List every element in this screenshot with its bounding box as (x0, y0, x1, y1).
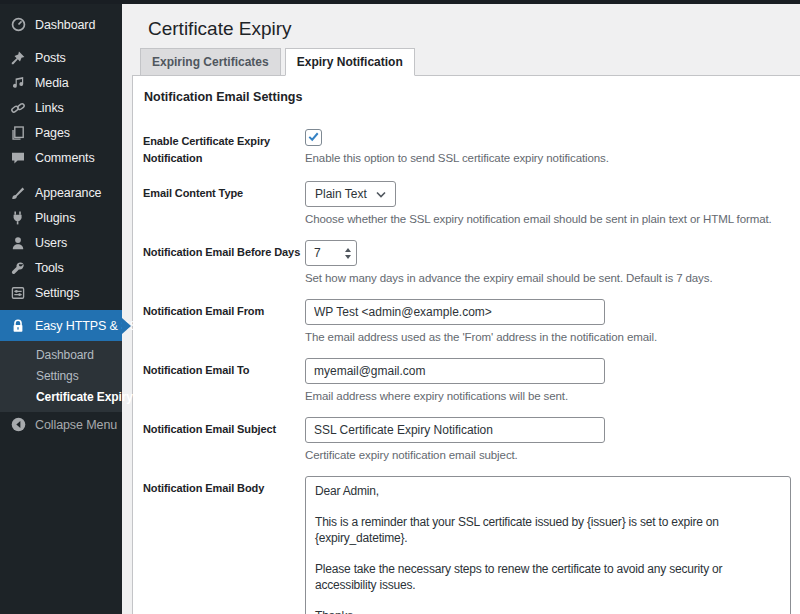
pages-icon (9, 124, 27, 142)
field-label: Notification Email Before Days (143, 240, 305, 284)
sidebar-item-label: Easy HTTPS & SSL (35, 319, 145, 333)
tab-expiry-notification[interactable]: Expiry Notification (285, 48, 415, 76)
sidebar-item-comments[interactable]: Comments (0, 145, 122, 170)
form-row-email-body: Notification Email Body Dear Admin, This… (143, 476, 791, 614)
field-label: Enable Certificate Expiry Notification (143, 129, 305, 166)
form-row-before-days: Notification Email Before Days 7 Set how… (143, 240, 791, 284)
wrench-icon (9, 259, 27, 277)
media-icon (9, 74, 27, 92)
field-description: Enable this option to send SSL certifica… (305, 152, 791, 164)
section-heading: Notification Email Settings (144, 90, 791, 104)
sidebar-item-label: Users (35, 236, 67, 250)
sidebar-item-easy-https-ssl[interactable]: Easy HTTPS & SSL (0, 310, 122, 341)
sidebar-item-label: Comments (35, 151, 95, 165)
brush-icon (9, 184, 27, 202)
spinner-up-icon[interactable] (345, 248, 351, 252)
form-row-enable-notification: Enable Certificate Expiry Notification E… (143, 129, 791, 166)
sidebar-item-label: Posts (35, 51, 66, 65)
sidebar-item-posts[interactable]: Posts (0, 45, 122, 70)
field-label: Notification Email Subject (143, 417, 305, 461)
tab-expiring-certificates[interactable]: Expiring Certificates (140, 48, 281, 75)
sidebar-item-links[interactable]: Links (0, 95, 122, 120)
sidebar-item-label: Media (35, 76, 69, 90)
email-content-type-select[interactable]: Plain Text (305, 181, 396, 207)
sidebar-item-label: Appearance (35, 186, 101, 200)
sidebar-item-appearance[interactable]: Appearance (0, 180, 122, 205)
field-label: Email Content Type (143, 181, 305, 225)
page-title: Certificate Expiry (148, 16, 800, 41)
lock-icon (9, 317, 27, 335)
sidebar-item-label: Plugins (35, 211, 75, 225)
admin-sidebar: Dashboard Posts Media Links Pages (0, 4, 122, 614)
before-days-value: 7 (306, 246, 340, 260)
submenu-item-certificate-expiry[interactable]: Certificate Expiry (0, 387, 122, 408)
sidebar-item-pages[interactable]: Pages (0, 120, 122, 145)
sidebar-item-plugins[interactable]: Plugins (0, 205, 122, 230)
field-description: Certificate expiry notification email su… (305, 449, 791, 461)
enable-notification-checkbox[interactable] (305, 129, 322, 146)
plugin-icon (9, 209, 27, 227)
main-content: Certificate Expiry Expiring Certificates… (122, 4, 800, 614)
sliders-icon (9, 284, 27, 302)
sidebar-item-settings[interactable]: Settings (0, 280, 122, 305)
sidebar-item-label: Tools (35, 261, 64, 275)
submenu-item-settings[interactable]: Settings (0, 366, 122, 387)
sidebar-item-label: Dashboard (35, 18, 95, 32)
links-icon (9, 99, 27, 117)
settings-panel: Notification Email Settings Enable Certi… (132, 76, 800, 614)
sidebar-item-label: Settings (35, 286, 79, 300)
field-description: Set how many days in advance the expiry … (305, 272, 791, 284)
tab-bar: Expiring Certificates Expiry Notificatio… (132, 48, 800, 76)
email-to-input[interactable] (305, 358, 605, 384)
chevron-down-icon (376, 187, 386, 201)
easy-https-ssl-submenu: Dashboard Settings Certificate Expiry (0, 341, 122, 412)
sidebar-item-label: Links (35, 101, 64, 115)
form-row-email-from: Notification Email From The email addres… (143, 299, 791, 343)
number-spinner[interactable] (340, 241, 356, 265)
admin-bar-edge (0, 0, 800, 4)
field-description: The email address used as the 'From' add… (305, 331, 791, 343)
checkmark-icon (307, 130, 320, 146)
form-row-email-subject: Notification Email Subject Certificate e… (143, 417, 791, 461)
email-body-textarea[interactable]: Dear Admin, This is a reminder that your… (305, 476, 791, 614)
field-label: Notification Email To (143, 358, 305, 402)
collapse-menu-button[interactable]: Collapse Menu (0, 412, 122, 437)
before-days-number-input[interactable]: 7 (305, 240, 357, 266)
sidebar-item-users[interactable]: Users (0, 230, 122, 255)
form-row-email-to: Notification Email To Email address wher… (143, 358, 791, 402)
field-label: Notification Email Body (143, 476, 305, 614)
field-description: Choose whether the SSL expiry notificati… (305, 213, 791, 225)
pin-icon (9, 49, 27, 67)
selected-option-label: Plain Text (315, 187, 367, 201)
collapse-arrow-icon (9, 416, 27, 434)
field-label: Notification Email From (143, 299, 305, 343)
sidebar-item-media[interactable]: Media (0, 70, 122, 95)
user-icon (9, 234, 27, 252)
dashboard-icon (9, 16, 27, 34)
email-from-input[interactable] (305, 299, 605, 325)
form-row-content-type: Email Content Type Plain Text Choose whe… (143, 181, 791, 225)
collapse-menu-label: Collapse Menu (35, 418, 117, 432)
sidebar-item-tools[interactable]: Tools (0, 255, 122, 280)
sidebar-item-dashboard[interactable]: Dashboard (0, 12, 122, 37)
spinner-down-icon[interactable] (345, 255, 351, 259)
submenu-item-dashboard[interactable]: Dashboard (0, 345, 122, 366)
sidebar-item-label: Pages (35, 126, 70, 140)
comment-icon (9, 149, 27, 167)
email-subject-input[interactable] (305, 417, 605, 443)
field-description: Email address where expiry notifications… (305, 390, 791, 402)
